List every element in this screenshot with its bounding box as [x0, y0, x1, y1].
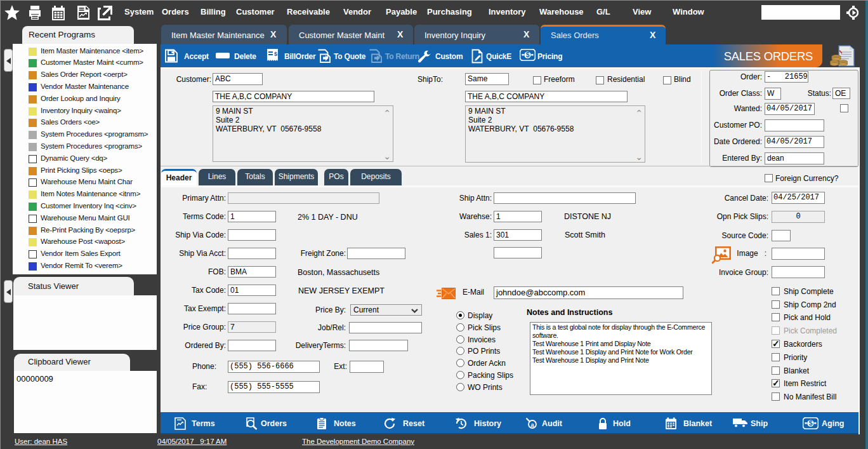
svg-text:a: a — [531, 422, 535, 428]
svg-text:$: $ — [809, 419, 813, 427]
